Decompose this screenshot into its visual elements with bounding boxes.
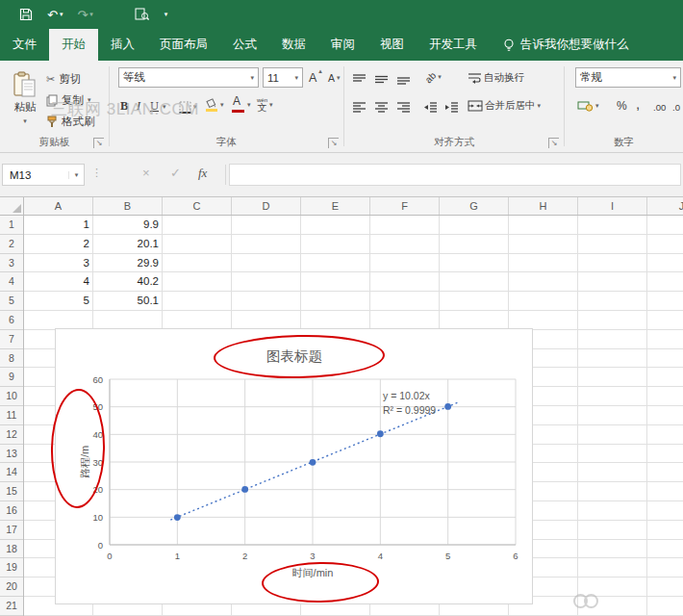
font-color-button[interactable]: A ▾	[231, 94, 251, 116]
row-header-10[interactable]: 10	[0, 387, 23, 406]
row-header-16[interactable]: 16	[0, 501, 23, 521]
percent-style-button[interactable]: %	[617, 95, 627, 116]
format-painter-label: 格式刷	[62, 115, 95, 129]
row-header-6[interactable]: 6	[0, 311, 23, 330]
tab-data[interactable]: 数据	[269, 29, 318, 61]
row-header-12[interactable]: 12	[0, 425, 23, 445]
cut-button[interactable]: ✂ 剪切	[46, 68, 95, 90]
row-header-20[interactable]: 20	[0, 578, 23, 597]
tell-me-box[interactable]: 告诉我你想要做什么	[503, 29, 629, 61]
formula-input[interactable]	[229, 164, 681, 186]
copy-button[interactable]: 复制 ▾	[46, 90, 95, 111]
orientation-button[interactable]: ab ▾	[425, 66, 442, 88]
cell-A1[interactable]: 1	[24, 216, 93, 235]
row-header-18[interactable]: 18	[0, 540, 23, 559]
cell-A2[interactable]: 2	[24, 235, 93, 254]
cell-B5[interactable]: 50.1	[93, 292, 163, 311]
align-center-button[interactable]	[374, 96, 389, 117]
cell-B1[interactable]: 9.9	[93, 216, 163, 235]
cell-A4[interactable]: 4	[24, 272, 93, 292]
align-bottom-button[interactable]	[396, 68, 411, 90]
decrease-indent-button[interactable]	[423, 96, 438, 117]
cell-A5[interactable]: 5	[24, 292, 93, 311]
align-right-button[interactable]	[396, 96, 411, 117]
underline-button[interactable]: U	[150, 95, 159, 116]
cell-B2[interactable]: 20.1	[93, 235, 163, 254]
customize-qat-button[interactable]: ▾	[164, 11, 168, 18]
bold-button[interactable]: B	[120, 95, 128, 116]
tab-file[interactable]: 文件	[0, 29, 49, 61]
row-header-1[interactable]: 1	[0, 216, 23, 235]
tab-review[interactable]: 审阅	[318, 29, 367, 61]
row-header-9[interactable]: 9	[0, 368, 23, 387]
tab-developer[interactable]: 开发工具	[417, 29, 490, 61]
redo-button[interactable]: ↷ ▾	[77, 8, 92, 22]
undo-button[interactable]: ↶ ▾	[47, 8, 63, 22]
select-all-corner[interactable]	[0, 197, 24, 216]
borders-button[interactable]: ▾	[179, 96, 197, 117]
column-header-F[interactable]: F	[370, 197, 440, 215]
column-header-D[interactable]: D	[232, 197, 301, 215]
row-header-13[interactable]: 13	[0, 445, 23, 464]
cell-B4[interactable]: 40.2	[93, 272, 163, 292]
row-header-4[interactable]: 4	[0, 272, 23, 292]
tab-page-layout[interactable]: 页面布局	[147, 29, 220, 61]
row-header-3[interactable]: 3	[0, 254, 23, 273]
row-header-21[interactable]: 21	[0, 597, 23, 616]
italic-button[interactable]: I	[137, 95, 140, 116]
increase-font-size-button[interactable]: A ▴	[309, 67, 322, 89]
align-top-button[interactable]	[352, 68, 367, 90]
row-header-7[interactable]: 7	[0, 330, 23, 349]
align-left-button[interactable]	[352, 96, 367, 117]
name-box[interactable]: M13 ▾	[2, 164, 85, 186]
alignment-dialog-launcher[interactable]: ↘	[548, 138, 559, 148]
tab-insert[interactable]: 插入	[98, 29, 147, 61]
phonetic-guide-button[interactable]: wén 文 ▾	[257, 94, 273, 116]
comma-style-button[interactable]: ,	[636, 92, 640, 114]
accounting-format-button[interactable]: ▾	[577, 95, 599, 116]
font-size-select[interactable]: 11 ▾	[263, 67, 303, 88]
format-painter-icon	[46, 116, 58, 128]
tab-formulas[interactable]: 公式	[220, 29, 269, 61]
row-header-5[interactable]: 5	[0, 292, 23, 311]
row-header-11[interactable]: 11	[0, 406, 23, 425]
font-dialog-launcher[interactable]: ↘	[328, 138, 339, 148]
row-header-19[interactable]: 19	[0, 558, 23, 578]
tab-view[interactable]: 视图	[367, 29, 417, 61]
row-header-14[interactable]: 14	[0, 463, 23, 482]
save-button[interactable]	[19, 8, 33, 21]
merge-center-button[interactable]: 合并后居中 ▾	[468, 95, 541, 116]
row-header-17[interactable]: 17	[0, 521, 23, 540]
number-format-select[interactable]: 常规 ▾	[575, 67, 681, 88]
increase-indent-button[interactable]	[444, 96, 459, 117]
row-header-2[interactable]: 2	[0, 235, 23, 254]
format-painter-button[interactable]: 格式刷	[46, 111, 95, 132]
decrease-decimal-button[interactable]: .0	[672, 96, 680, 117]
print-preview-button[interactable]	[135, 8, 150, 21]
column-header-I[interactable]: I	[578, 197, 647, 215]
cell-B3[interactable]: 29.9	[93, 254, 163, 273]
column-header-E[interactable]: E	[301, 197, 370, 215]
cell-A3[interactable]: 3	[24, 254, 93, 273]
column-header-C[interactable]: C	[163, 197, 232, 215]
wrap-text-button[interactable]: 自动换行	[468, 67, 524, 89]
fill-color-button[interactable]: ▾	[205, 94, 224, 116]
clipboard-dialog-launcher[interactable]: ↘	[93, 138, 104, 148]
cancel-button[interactable]: ×	[142, 166, 150, 180]
column-header-H[interactable]: H	[509, 197, 578, 215]
column-header-A[interactable]: A	[24, 197, 93, 215]
row-header-8[interactable]: 8	[0, 349, 23, 369]
dialog-launcher-icon: ↘	[331, 139, 338, 147]
increase-decimal-button[interactable]: .00	[653, 96, 666, 117]
embedded-chart[interactable]: 01234560102030405060图表标题时间/min路程/my = 10…	[55, 328, 533, 604]
enter-button[interactable]: ✓	[170, 166, 181, 180]
column-header-J[interactable]: J	[647, 197, 683, 215]
column-header-G[interactable]: G	[440, 197, 509, 215]
align-middle-button[interactable]	[374, 68, 389, 90]
insert-function-button[interactable]: fx	[198, 166, 207, 181]
font-name-select[interactable]: 等线 ▾	[118, 67, 259, 88]
tab-home[interactable]: 开始	[49, 29, 98, 61]
row-header-15[interactable]: 15	[0, 482, 23, 501]
column-header-B[interactable]: B	[93, 197, 163, 215]
decrease-font-size-button[interactable]: A ▾	[328, 67, 341, 89]
